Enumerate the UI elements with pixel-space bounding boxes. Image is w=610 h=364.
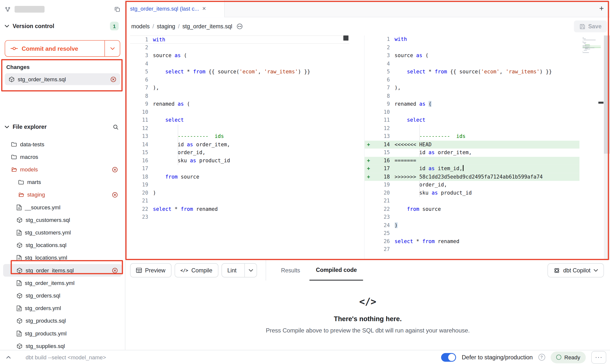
- code-line[interactable]: 13 ---------- ids: [130, 132, 349, 141]
- code-line[interactable]: 15 order_id,: [130, 149, 349, 157]
- code-line[interactable]: 8: [130, 92, 349, 100]
- code-line[interactable]: 6: [365, 76, 579, 84]
- code-line[interactable]: 3source as (: [365, 52, 579, 60]
- code-line[interactable]: 21: [130, 197, 349, 205]
- code-line[interactable]: +18>>>>>>> 58c1dd23d5eebd9cd2495fa7124ab…: [365, 173, 579, 181]
- x-circle-icon[interactable]: [112, 192, 122, 198]
- code-line[interactable]: 9renamed as (: [130, 100, 349, 108]
- copy-icon[interactable]: [114, 6, 120, 12]
- code-line[interactable]: 26select * from renamed: [365, 237, 579, 246]
- code-line[interactable]: 2: [365, 44, 579, 52]
- code-line[interactable]: 4: [365, 60, 579, 68]
- save-button[interactable]: Save: [574, 20, 607, 32]
- file-item-data-tests[interactable]: data-tests: [3, 138, 122, 150]
- code-line[interactable]: 7),: [130, 84, 349, 92]
- scrollbar-thumb[interactable]: [604, 35, 610, 154]
- code-line[interactable]: 20): [130, 189, 349, 197]
- tab-compiled-code[interactable]: Compiled code: [310, 260, 363, 281]
- chevron-up-icon[interactable]: [6, 356, 11, 359]
- code-line[interactable]: 7),: [365, 84, 579, 92]
- file-item-stg_orders.yml[interactable]: stg_orders.yml: [3, 302, 122, 314]
- file-item-stg_customers.yml[interactable]: stg_customers.yml: [3, 226, 122, 239]
- lint-button[interactable]: Lint: [221, 263, 257, 278]
- minimap[interactable]: [583, 35, 601, 260]
- defer-toggle[interactable]: [441, 353, 456, 362]
- code-line[interactable]: 18 from source: [130, 173, 349, 181]
- code-line[interactable]: 1with: [130, 35, 349, 44]
- code-line[interactable]: 13 ---------- ids: [365, 132, 579, 141]
- new-tab-button[interactable]: +: [593, 0, 610, 17]
- code-line[interactable]: 17: [130, 165, 349, 173]
- dbt-copilot-button[interactable]: dbt Copilot: [547, 263, 604, 278]
- code-line[interactable]: 11 select: [365, 116, 579, 124]
- code-line[interactable]: 8: [365, 92, 579, 100]
- code-editor-original[interactable]: 1with23source as (45 select * from {{ so…: [130, 35, 349, 260]
- code-line[interactable]: 27: [365, 246, 579, 254]
- workspace-icon[interactable]: [5, 6, 11, 12]
- changed-file-stg_order_items.sql[interactable]: stg_order_items.sql: [5, 73, 120, 85]
- status-badge[interactable]: Ready: [550, 351, 586, 363]
- more-menu-button[interactable]: ···: [591, 351, 606, 364]
- version-control-header[interactable]: Version control 1: [0, 18, 125, 34]
- x-circle-icon[interactable]: [112, 166, 122, 172]
- code-line[interactable]: 25: [365, 229, 579, 237]
- file-item-stg_order_items.yml[interactable]: stg_order_items.yml: [3, 277, 122, 289]
- code-line[interactable]: 2: [130, 44, 349, 52]
- lineage-icon[interactable]: [237, 23, 243, 30]
- code-line[interactable]: +14<<<<<<< HEAD: [365, 140, 579, 149]
- file-item-__sources.yml[interactable]: __sources.yml: [3, 201, 122, 214]
- file-item-marts[interactable]: marts: [3, 176, 122, 188]
- code-line[interactable]: 4: [130, 60, 349, 68]
- file-item-stg_orders.sql[interactable]: stg_orders.sql: [3, 289, 122, 302]
- file-explorer-header[interactable]: File explorer: [0, 119, 125, 135]
- editor-scrollbar[interactable]: [604, 35, 610, 260]
- code-line[interactable]: 11 select: [130, 116, 349, 124]
- help-icon[interactable]: ?: [538, 354, 545, 361]
- x-circle-icon[interactable]: [110, 76, 116, 82]
- code-line[interactable]: 23: [365, 213, 579, 221]
- file-item-macros[interactable]: macros: [3, 150, 122, 163]
- code-line[interactable]: 3source as (: [130, 52, 349, 60]
- code-line[interactable]: 19 order_id,: [365, 181, 579, 189]
- code-line[interactable]: 12: [365, 124, 579, 132]
- code-line[interactable]: 1with: [365, 35, 579, 44]
- code-line[interactable]: 20 sku as product_id: [365, 189, 579, 197]
- code-line[interactable]: 12: [130, 124, 349, 132]
- code-line[interactable]: 19: [130, 181, 349, 189]
- code-editor-modified[interactable]: 1with23source as (45 select * from {{ so…: [364, 35, 579, 260]
- code-line[interactable]: 5 select * from {{ source('ecom', 'raw_i…: [365, 68, 579, 76]
- code-line[interactable]: 23: [130, 213, 349, 221]
- code-line[interactable]: 24): [365, 221, 579, 229]
- breadcrumb-part[interactable]: models: [131, 23, 150, 30]
- code-line[interactable]: 22 from source: [365, 205, 579, 213]
- code-line[interactable]: 21: [365, 197, 579, 205]
- tab-stg-order-items[interactable]: stg_order_items.sql (last c... ×: [125, 0, 225, 17]
- file-item-stg_customers.sql[interactable]: stg_customers.sql: [3, 214, 122, 226]
- file-item-stg_locations.yml[interactable]: stg_locations.yml: [3, 251, 122, 264]
- code-line[interactable]: 16 sku as product_id: [130, 157, 349, 165]
- tab-close-icon[interactable]: ×: [202, 5, 206, 12]
- breadcrumb-part[interactable]: stg_order_items.sql: [182, 23, 232, 30]
- search-icon[interactable]: [113, 124, 119, 130]
- code-line[interactable]: 14 id as order_item,: [130, 140, 349, 149]
- left-pane-scroll-thumb[interactable]: [343, 35, 349, 41]
- commit-and-resolve-button[interactable]: Commit and resolve: [5, 40, 120, 57]
- file-item-staging[interactable]: staging: [3, 188, 122, 201]
- code-line[interactable]: 9renamed as (: [365, 100, 579, 108]
- code-line[interactable]: 22select * from renamed: [130, 205, 349, 213]
- code-line[interactable]: 6: [130, 76, 349, 84]
- code-line[interactable]: 10: [130, 108, 349, 116]
- x-circle-icon[interactable]: [112, 267, 122, 273]
- file-item-stg_products.sql[interactable]: stg_products.sql: [3, 314, 122, 327]
- lint-dropdown-button[interactable]: [244, 264, 257, 277]
- file-item-stg_locations.sql[interactable]: stg_locations.sql: [3, 239, 122, 251]
- commit-dropdown-button[interactable]: [104, 41, 120, 56]
- compile-button[interactable]: </> Compile: [174, 263, 218, 278]
- code-line[interactable]: +16=======: [365, 157, 579, 165]
- tab-results[interactable]: Results: [275, 260, 306, 281]
- preview-button[interactable]: Preview: [130, 263, 171, 278]
- breadcrumb-part[interactable]: staging: [157, 23, 175, 30]
- file-item-stg_products.yml[interactable]: stg_products.yml: [3, 327, 122, 340]
- code-line[interactable]: 10: [365, 108, 579, 116]
- code-line[interactable]: 15 id as order_item,: [365, 149, 579, 157]
